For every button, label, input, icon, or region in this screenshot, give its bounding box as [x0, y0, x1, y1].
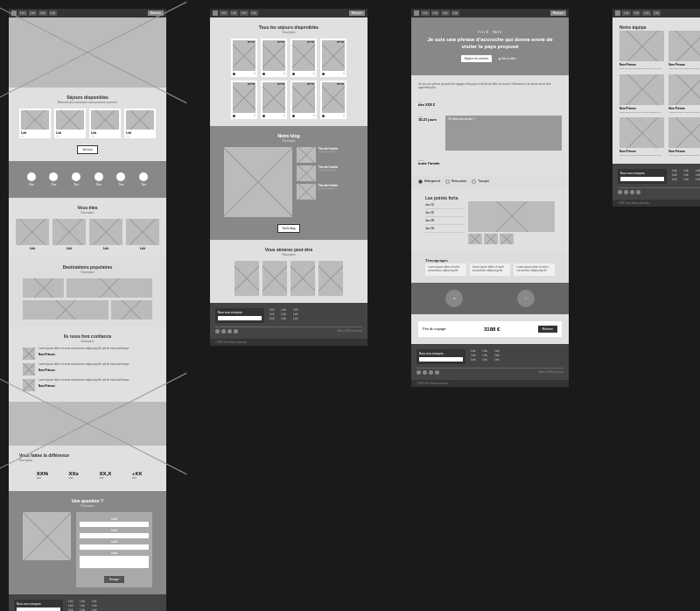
- trip-card[interactable]: Linkxxx€: [54, 109, 86, 138]
- nav-link[interactable]: Link: [29, 11, 38, 16]
- view-blog-button[interactable]: Voir le blog: [277, 224, 301, 233]
- blog-item[interactable]: Titre de l'articleLorem ipsum dolor sit: [297, 184, 354, 200]
- trip-card[interactable]: Linkxxx€: [19, 109, 51, 138]
- map[interactable]: Où allez-vous dormir ?: [445, 116, 562, 151]
- profile-card[interactable]: Link: [16, 219, 49, 250]
- video-button[interactable]: ▶ Voir la vidéo: [495, 55, 519, 62]
- nav-link[interactable]: Link: [250, 11, 259, 16]
- form-textarea[interactable]: [80, 556, 149, 568]
- view-all-button[interactable]: Voir tout: [77, 145, 97, 154]
- category-icon[interactable]: [94, 172, 103, 181]
- tab-lodging[interactable]: Hébergement: [418, 179, 440, 184]
- trip-card[interactable]: xxx€◯: [320, 39, 346, 77]
- nav-link[interactable]: Link: [240, 11, 248, 16]
- submit-button[interactable]: Envoyer: [104, 576, 124, 583]
- profile-card[interactable]: Link: [89, 219, 122, 250]
- blog-item[interactable]: Titre de l'articleLorem ipsum dolor sit: [297, 147, 354, 163]
- logo-icon[interactable]: [213, 11, 218, 16]
- trust-badge-icon: ✓: [517, 290, 535, 307]
- destination-image[interactable]: [66, 278, 152, 298]
- trip-card[interactable]: xxx€◯: [231, 81, 257, 119]
- blog-item[interactable]: Titre de l'articleLorem ipsum dolor sit: [297, 165, 354, 181]
- category-icon[interactable]: [116, 172, 125, 181]
- navbar: Link Link Link Link Réserver: [411, 9, 569, 18]
- navbar: Link Link Link Link Réserver: [210, 9, 368, 18]
- trip-card[interactable]: Linkxxx€: [124, 109, 156, 138]
- nav-link[interactable]: Link: [38, 11, 47, 16]
- available-trips-section: Séjours disponibles Réservez dès mainten…: [9, 88, 166, 161]
- day-item[interactable]: Jour 02: [425, 209, 465, 217]
- nav-link[interactable]: Link: [49, 11, 58, 16]
- book-button[interactable]: Réserver: [538, 326, 557, 333]
- review-card: Lorem ipsum dolor sit amet consectetur a…: [425, 263, 466, 276]
- logo-icon[interactable]: [414, 11, 419, 16]
- suggestion-card[interactable]: [290, 261, 315, 296]
- destination-image[interactable]: [23, 278, 64, 298]
- stat: XX%stat: [37, 471, 48, 480]
- nav-link[interactable]: Link: [452, 11, 460, 16]
- thumb-image[interactable]: [468, 234, 482, 244]
- category-icon[interactable]: [72, 172, 80, 181]
- email-input[interactable]: [419, 357, 463, 362]
- tab-food[interactable]: Restauration: [445, 179, 466, 184]
- day-item[interactable]: Jour 01: [425, 201, 465, 209]
- review-card: Lorem ipsum dolor sit amet consectetur a…: [470, 263, 511, 276]
- highlight-image: [468, 201, 555, 232]
- trip-card[interactable]: xxx€◯: [231, 39, 257, 77]
- suggestion-card[interactable]: [318, 261, 343, 296]
- nav-link[interactable]: Link: [421, 11, 430, 16]
- form-input[interactable]: [80, 522, 149, 527]
- nav-link[interactable]: Link: [18, 11, 27, 16]
- suggestion-card[interactable]: [262, 261, 287, 296]
- nav-link[interactable]: Link: [633, 11, 641, 16]
- email-input[interactable]: [218, 316, 262, 320]
- nav-link[interactable]: Link: [653, 11, 662, 16]
- nav-link[interactable]: Link: [220, 11, 228, 16]
- social-icons[interactable]: [618, 190, 640, 194]
- nav-link[interactable]: Link: [441, 11, 450, 16]
- trip-card[interactable]: xxx€◯: [261, 81, 287, 119]
- newsletter: Nous vous envoyons: [618, 169, 667, 184]
- contact-form: Label Label Label Label Envoyer: [76, 512, 152, 587]
- nav-link[interactable]: Link: [642, 11, 651, 16]
- blog-feature-image[interactable]: [224, 147, 292, 217]
- tab-transport[interactable]: Transport: [472, 179, 489, 184]
- testimonial: Lorem ipsum dolor sit amet consectetur a…: [16, 348, 159, 360]
- day-item[interactable]: Jour 04: [425, 225, 465, 233]
- meta-duration: Durée10-21 jours: [418, 116, 437, 151]
- trip-card[interactable]: xxx€◯: [320, 81, 346, 119]
- destination-image[interactable]: [23, 300, 108, 320]
- suggestion-card[interactable]: [234, 261, 259, 296]
- form-input[interactable]: [80, 533, 149, 538]
- cta-button[interactable]: Réserver: [550, 11, 566, 16]
- section-subtitle: Description: [16, 340, 159, 343]
- trip-card[interactable]: Linkxxx€: [89, 109, 121, 138]
- trip-card[interactable]: xxx€◯: [290, 81, 317, 119]
- email-input[interactable]: [620, 177, 664, 181]
- form-input[interactable]: [80, 544, 149, 550]
- email-input[interactable]: [17, 607, 60, 611]
- navbar: Link Link Link Link Réserver: [9, 9, 166, 18]
- day-item[interactable]: Jour 03: [425, 217, 465, 225]
- profile-card[interactable]: Link: [52, 219, 86, 250]
- category-icon[interactable]: [49, 172, 58, 181]
- cta-button[interactable]: Réserver: [349, 11, 365, 16]
- trip-card[interactable]: xxx€◯: [261, 39, 287, 77]
- team-member: Nom PrénomLorem ipsum dolor sit amet con…: [668, 31, 700, 70]
- explore-button[interactable]: Explorer les activités: [461, 55, 493, 62]
- category-icon[interactable]: [27, 172, 36, 181]
- social-icons[interactable]: [416, 370, 439, 375]
- thumb-image[interactable]: [500, 234, 514, 244]
- thumb-image[interactable]: [484, 234, 498, 244]
- nav-link[interactable]: Link: [431, 11, 440, 16]
- nav-link[interactable]: Link: [230, 11, 239, 16]
- category-icon[interactable]: [139, 172, 148, 181]
- price-box: Prix du voyage 3188 € Réserver: [418, 321, 562, 337]
- hero-image: [9, 18, 166, 88]
- social-icons[interactable]: [215, 329, 238, 334]
- profile-card[interactable]: Link: [126, 219, 159, 250]
- nav-link[interactable]: Link: [622, 11, 631, 16]
- trip-card[interactable]: xxx€◯: [290, 39, 317, 77]
- destination-image[interactable]: [111, 300, 152, 320]
- logo-icon[interactable]: [615, 11, 620, 16]
